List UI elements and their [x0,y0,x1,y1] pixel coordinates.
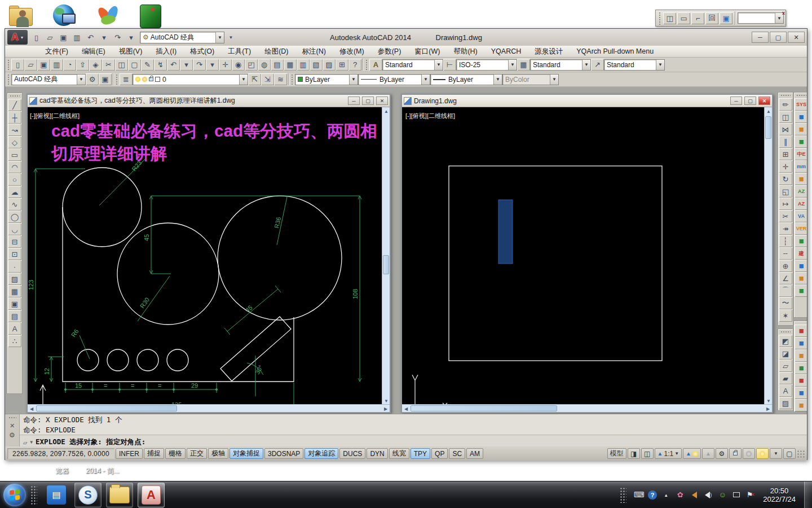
lineweight-combo[interactable]: ByLayer ▼ [430,74,502,85]
menu-insert[interactable]: 插入(I) [149,46,183,58]
plot-button[interactable]: ▥ [50,59,63,71]
stretch-button[interactable]: ↦ [779,198,792,210]
menu-yqarch-pulldown[interactable]: YQArch Pull-down Menu [570,46,660,56]
zoom-window-button[interactable]: ◰ [245,59,258,71]
object-viewport-button[interactable]: 回 [705,12,718,24]
toggle-infer[interactable]: INFER [116,448,143,459]
document-title-bar[interactable]: cad零基础必备练习，cad等分技巧、两圆相切原理详细讲解1.dwg ─ ▢ ✕ [28,95,390,107]
restore-button[interactable]: ▢ [362,97,374,105]
rotate-button[interactable]: ↻ [779,173,792,185]
menu-window[interactable]: 窗口(W) [408,46,446,58]
menu-modify[interactable]: 修改(M) [333,46,370,58]
table-style-button[interactable]: ▦ [517,59,530,71]
model-button[interactable]: 模型 [607,448,626,459]
table-button[interactable]: ▤ [8,310,21,322]
close-icon[interactable]: ✕ [10,422,15,430]
toggle-quick-properties[interactable]: QP [431,448,448,459]
close-button[interactable]: ✕ [758,97,770,105]
command-cube-icon[interactable]: ▱ [23,439,27,446]
zoom-previous-button[interactable]: ◍ [258,59,271,71]
customize-wrench-icon[interactable]: ⚙ [9,431,15,439]
menu-parametric[interactable]: 参数(P) [372,46,408,58]
toggle-selection-cycling[interactable]: SC [449,448,465,459]
toolbar-grip[interactable] [10,95,20,98]
redo-button[interactable]: ↷ [111,32,124,43]
scroll-up-arrow[interactable]: ▲ [382,107,390,115]
mirror-button[interactable]: ⋈ [779,123,792,135]
status-menu-button[interactable]: ▼ [770,448,782,459]
start-button[interactable] [3,484,26,506]
scroll-right-arrow[interactable]: ▶ [382,405,390,413]
isolate-objects-button[interactable] [756,448,769,459]
horizontal-scrollbar[interactable]: ◀ ▶ [28,404,390,412]
toolbar-grip[interactable] [8,417,16,419]
menu-dimension[interactable]: 标注(N) [296,46,332,58]
yq-layer-color-button[interactable]: ▦ [795,111,807,123]
publish-button[interactable]: ⇧ [76,59,89,71]
viewport-scale-combo[interactable]: ▼ [738,12,784,24]
layout-quickview-button[interactable]: ◨ [628,448,640,459]
document-title-bar[interactable]: Drawing1.dwg ─ ▢ ✕ [402,95,772,107]
scroll-down-arrow[interactable]: ▼ [382,397,390,405]
text-to-front-button[interactable]: A [779,384,792,397]
array-button[interactable]: ⊞ [779,148,792,160]
tool-palettes-button[interactable]: ▥ [297,59,310,71]
messenger-face-icon[interactable]: ☺ [717,490,727,500]
desktop-icon-butterfly[interactable] [95,3,124,30]
command-history[interactable]: 命令: X EXPLODE 找到 1 个 命令: EXPLODE ▱ ▼ EXP… [20,414,807,446]
paste-button[interactable]: ▢ [128,59,141,71]
undo-button[interactable]: ↶ [167,59,180,71]
copy-button[interactable]: ◫ [779,111,792,123]
help-button[interactable]: ? [348,59,361,71]
explode-button[interactable]: ✶ [779,309,792,322]
toolbar-grip[interactable] [291,73,294,85]
polygon-button[interactable]: ◇ [8,136,21,148]
close-button[interactable]: ✕ [376,97,388,105]
desktop-icon-network-globe[interactable] [51,3,80,30]
drawing-quickview-button[interactable]: ◫ [641,448,654,459]
minimize-button[interactable]: ─ [348,97,360,105]
erase-button[interactable]: ✏ [779,98,792,111]
save-button[interactable]: ▣ [57,32,70,43]
yq-tree-1-button[interactable]: ▦ [795,272,807,284]
yq-ver-button[interactable]: VER [795,222,807,235]
yq-layer-new-button[interactable]: ▦ [795,325,807,337]
layer-previous-button[interactable]: ⇲ [261,73,274,85]
multiline-text-button[interactable]: A [8,322,21,335]
keyboard-icon[interactable]: ⌨ [634,490,644,500]
open-button[interactable]: ▱ [24,59,37,71]
toggle-lineweight[interactable]: 线宽 [389,448,409,459]
yq-translate-button[interactable]: 中E [795,148,807,160]
send-to-back-button[interactable]: ◪ [779,347,792,360]
toggle-dyn[interactable]: DYN [367,448,387,459]
resize-grip[interactable] [797,450,805,458]
toggle-transparency[interactable]: TPY [411,448,430,459]
open-button[interactable]: ▱ [43,32,56,43]
scroll-down-arrow[interactable]: ▼ [765,397,773,405]
taskbar-app-autocad[interactable]: A [138,483,165,507]
close-button[interactable]: ✕ [788,32,805,43]
plot-preview-button[interactable]: ◔ [63,59,76,71]
menu-view[interactable]: 视图(V) [113,46,149,58]
block-editor-button[interactable]: ↯ [154,59,167,71]
text-style-combo[interactable]: Standard▼ [382,59,443,71]
yq-avatar-button[interactable]: ▦ [795,135,807,148]
yq-table-tool-button[interactable]: ▦ [795,173,807,185]
yq-box-edit-button[interactable]: ▦ [795,399,807,411]
toolbar-lock-button[interactable] [729,448,742,459]
toolbar-grip[interactable] [796,94,806,97]
yq-sys-button[interactable]: SYS [795,98,807,111]
close-icon[interactable]: x [782,10,785,16]
annotation-visibility-button[interactable]: ▲ [683,448,701,459]
viewport-controls-label[interactable]: [-][俯视][二维线框] [30,112,80,119]
horizontal-scrollbar[interactable]: ◀ ▶ [402,404,772,412]
table-style-combo[interactable]: Standard▼ [530,59,591,71]
show-hidden-icons[interactable]: ▴ [661,490,671,500]
toolbar-grip[interactable] [796,323,806,323]
move-button[interactable]: ✛ [779,160,792,173]
toggle-polar[interactable]: 极轴 [208,448,228,459]
autocad-logo-button[interactable]: A▼ [7,30,28,45]
model-canvas[interactable]: [-][俯视][二维线框] cad零基础必备练习，cad等分技巧、两圆相 切原理… [28,107,382,405]
clean-screen-button[interactable]: ▢ [783,448,796,459]
rectangle-button[interactable]: ▭ [8,148,21,161]
